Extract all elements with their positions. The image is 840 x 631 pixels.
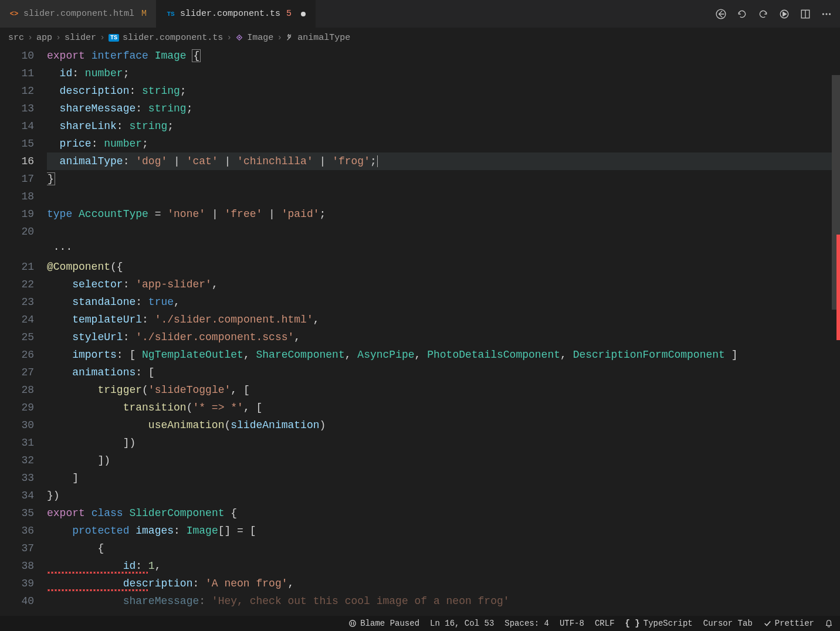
notifications-button[interactable] [825, 619, 833, 627]
code-line[interactable]: trigger('slideToggle', [ [47, 381, 840, 399]
undo-button[interactable] [737, 9, 747, 19]
crumb-app[interactable]: app [36, 33, 52, 43]
dirty-dot-icon [301, 12, 306, 16]
chevron-right-icon: › [28, 33, 33, 43]
code-line[interactable]: price: number; [47, 135, 840, 152]
redo-button[interactable] [758, 9, 768, 19]
svg-point-8 [350, 620, 356, 627]
chevron-right-icon: › [100, 33, 105, 43]
line-number: 11 [0, 65, 34, 82]
breadcrumb: src › app › slider › TS slider.component… [0, 28, 840, 47]
line-number: 24 [0, 311, 34, 328]
code-area[interactable]: export interface Image { id: number; des… [47, 47, 840, 616]
tab-label: slider.component.ts [180, 9, 280, 19]
crumb-src[interactable]: src [8, 33, 24, 43]
code-line[interactable]: standalone: true, [47, 293, 840, 311]
blame-status[interactable]: Blame Paused [348, 619, 419, 628]
code-line[interactable]: shareMessage: 'Hey, check out this cool … [47, 592, 840, 610]
error-squiggle [47, 589, 148, 591]
more-actions-button[interactable] [821, 9, 832, 19]
line-number: 33 [0, 469, 34, 487]
line-number: 17 [0, 170, 34, 188]
braces-icon: { } [625, 619, 640, 628]
code-line[interactable]: id: number; [47, 65, 840, 82]
line-number: 34 [0, 487, 34, 504]
code-line[interactable]: export interface Image { [47, 47, 840, 65]
code-line[interactable] [47, 223, 840, 240]
chevron-right-icon: › [226, 33, 232, 43]
interface-icon [235, 33, 243, 42]
line-number: 40 [0, 592, 34, 610]
line-number: 39 [0, 575, 34, 592]
code-line[interactable]: ]) [47, 434, 840, 452]
line-number: 20 [0, 223, 34, 240]
line-number: 12 [0, 82, 34, 100]
cursor-position[interactable]: Ln 16, Col 53 [430, 619, 494, 628]
code-line[interactable]: type AccountType = 'none' | 'free' | 'pa… [47, 205, 840, 223]
code-line[interactable]: protected images: Image[] = [ [47, 522, 840, 540]
html-file-icon: <> [9, 9, 19, 19]
code-line[interactable]: { [47, 540, 840, 557]
line-number: 23 [0, 293, 34, 311]
tab-ts[interactable]: TS slider.component.ts 5 [157, 0, 316, 28]
crumb-slider[interactable]: slider [65, 33, 96, 43]
code-line[interactable]: useAnimation(slideAnimation) [47, 416, 840, 434]
line-number: 10 [0, 47, 34, 65]
code-line[interactable]: @Component({ [47, 258, 840, 276]
crumb-file[interactable]: TS slider.component.ts [109, 33, 223, 43]
prettier-status[interactable]: Prettier [763, 619, 814, 628]
code-line[interactable]: }) [47, 487, 840, 504]
line-gutter: 1011121314151617181920212223242526272829… [0, 47, 47, 616]
pause-icon [348, 619, 357, 627]
code-line[interactable]: shareMessage: string; [47, 100, 840, 117]
split-editor-button[interactable] [800, 9, 811, 19]
eol[interactable]: CRLF [595, 619, 615, 628]
tab-label: slider.component.html [23, 9, 134, 19]
modified-badge: M [141, 9, 147, 19]
line-number [0, 240, 34, 258]
code-line[interactable]: templateUrl: './slider.component.html', [47, 311, 840, 328]
line-number: 13 [0, 100, 34, 117]
code-line[interactable]: ]) [47, 452, 840, 469]
code-line[interactable]: export class SliderComponent { [47, 504, 840, 522]
line-number: 35 [0, 504, 34, 522]
code-line[interactable]: transition('* => *', [ [47, 399, 840, 416]
line-number: 32 [0, 452, 34, 469]
code-line[interactable]: description: 'A neon frog', [47, 575, 840, 592]
code-line[interactable]: imports: [ NgTemplateOutlet, ShareCompon… [47, 346, 840, 364]
line-number: 30 [0, 416, 34, 434]
line-number: 22 [0, 276, 34, 293]
crumb-symbol-interface[interactable]: Image [235, 33, 273, 43]
crumb-symbol-prop[interactable]: animalType [286, 33, 350, 43]
ts-file-icon: TS [166, 9, 175, 19]
line-number: 38 [0, 557, 34, 575]
ts-file-icon: TS [109, 34, 119, 42]
code-editor[interactable]: 1011121314151617181920212223242526272829… [0, 47, 840, 616]
line-number: 31 [0, 434, 34, 452]
title-actions [716, 9, 840, 19]
language-mode[interactable]: { } TypeScript [625, 619, 693, 628]
code-line[interactable]: styleUrl: './slider.component.scss', [47, 328, 840, 346]
encoding[interactable]: UTF-8 [560, 619, 584, 628]
line-number: 27 [0, 364, 34, 381]
code-line[interactable] [47, 188, 840, 205]
code-line[interactable]: ··· [47, 240, 840, 258]
cursor-tab[interactable]: Cursor Tab [703, 619, 753, 628]
tab-html[interactable]: <> slider.component.html M [0, 0, 157, 28]
code-line[interactable]: description: string; [47, 82, 840, 100]
error-marker [836, 235, 840, 340]
svg-point-4 [822, 13, 824, 15]
indent-size[interactable]: Spaces: 4 [504, 619, 549, 628]
wrench-icon [286, 33, 294, 42]
code-line[interactable]: shareLink: string; [47, 117, 840, 135]
code-line[interactable]: selector: 'app-slider', [47, 276, 840, 293]
code-line[interactable]: animations: [ [47, 364, 840, 381]
error-badge: 5 [286, 9, 292, 19]
code-line[interactable]: } [47, 170, 840, 188]
run-button[interactable] [779, 9, 790, 19]
code-line[interactable]: animalType: 'dog' | 'cat' | 'chinchilla'… [47, 152, 840, 170]
go-back-button[interactable] [716, 9, 726, 19]
code-line[interactable]: id: 1, [47, 557, 840, 575]
code-line[interactable]: ] [47, 469, 840, 487]
line-number: 36 [0, 522, 34, 540]
